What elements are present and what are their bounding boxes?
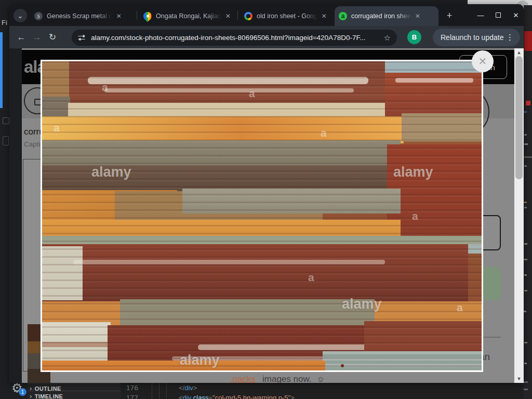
close-icon: ✕ [478,55,487,68]
tab-google-search[interactable]: old iron sheet - Goog ✕ [240,6,332,26]
watermark: alamy [91,164,131,180]
vscode-activitybar-icon[interactable] [3,117,9,124]
tab-genesis[interactable]: S Genesis Scrap metal c ✕ [30,6,135,26]
paragraph-line2: packs, images now. ☺ [229,374,325,383]
scroll-up-icon[interactable]: ▲ [516,50,522,55]
watermark: alamy [342,296,382,312]
relaunch-to-update-button[interactable]: Relaunch to update ⋮ [433,29,520,46]
page-scrollbar[interactable]: ▲ ▼ [514,48,524,383]
reload-button[interactable]: ↻ [45,32,60,43]
tab-title: Genesis Scrap metal c [47,12,112,20]
maximize-button[interactable] [496,12,501,18]
tab-alamy-active[interactable]: a corrugated iron shee ✕ [335,6,438,26]
corrugated-iron-photo: alamy alamy alamy alamy a a a a a a a [42,61,482,370]
scroll-down-icon[interactable]: ▼ [516,376,522,381]
watermark-a: a [102,81,108,94]
watermark-a: a [412,210,418,222]
watermark-a: a [457,301,463,314]
close-tab-icon[interactable]: ✕ [415,12,420,20]
browser-toolbar: ← → ↻ alamy.com/stock-photo-corrugated-i… [9,26,524,48]
close-tab-icon[interactable]: ✕ [225,12,231,20]
minimize-button[interactable]: — [472,11,489,19]
link-fragment[interactable]: packs, [229,374,256,383]
timeline-section[interactable]: › TIMELINE [30,392,63,399]
close-window-button[interactable]: ✕ [507,11,524,19]
watermark-a: a [54,122,60,134]
watermark-a: a [249,87,255,100]
watermark: alamy [180,352,220,368]
watermark-a: a [321,127,327,139]
vscode-activitybar-active-indicator [0,32,3,108]
tab-title: old iron sheet - Goog [257,12,317,20]
browser-window: ⌄ S Genesis Scrap metal c ✕ Ongata Ronga… [9,4,524,383]
site-settings-icon[interactable] [78,34,86,42]
smiley-icon: ☺ [317,375,325,383]
code-line-176: </div> [179,384,197,392]
profile-avatar[interactable]: B [407,30,421,44]
scrollbar-thumb[interactable] [515,56,523,179]
google-maps-pin-icon [142,10,154,22]
bookmark-star-icon[interactable]: ☆ [384,33,391,43]
page-content: alamy Sign in corrugated iron sheets Cap… [9,48,524,383]
lightbox-close-button[interactable]: ✕ [472,50,494,72]
chevron-right-icon: › [30,392,32,399]
new-tab-button[interactable]: + [443,9,456,22]
tab-strip: ⌄ S Genesis Scrap metal c ✕ Ongata Ronga… [9,4,524,26]
vscode-file-menu[interactable]: Fi [2,19,7,26]
watermark-a: a [308,271,314,284]
genesis-favicon-icon: S [34,12,43,20]
tab-search-button[interactable]: ⌄ [14,9,27,22]
vscode-minimap[interactable] [524,5,532,399]
url-text[interactable]: alamy.com/stock-photo-corrugated-iron-sh… [91,34,379,42]
menu-dots-icon[interactable]: ⋮ [506,33,514,42]
tab-maps[interactable]: Ongata Rongai, Kajiad ✕ [139,6,236,26]
notification-badge: 1 [19,388,26,396]
paragraph-text: images now. [262,374,312,383]
vscode-activitybar-icon[interactable] [3,136,9,145]
desktop: Fi ⚙ 1 › OUTLINE › TIMELINE 176 177 </di… [0,0,532,399]
dark-left-gutter [9,48,22,383]
image-lightbox: alamy alamy alamy alamy a a a a a a a [41,60,483,372]
code-line-177: <div class="col-md-5 bg-warning p-5"> [179,394,295,399]
timeline-label: TIMELINE [35,393,63,399]
vscode-explorer-panel: › OUTLINE › TIMELINE [28,383,121,399]
close-tab-icon[interactable]: ✕ [322,12,327,20]
alamy-favicon-icon: a [339,12,347,20]
watermark: alamy [393,164,433,180]
tab-title: corrugated iron shee [351,12,411,20]
window-controls: — ✕ [472,4,524,26]
back-button[interactable]: ← [14,32,29,43]
address-bar[interactable]: alamy.com/stock-photo-corrugated-iron-sh… [72,30,397,46]
forward-button[interactable]: → [29,32,45,43]
vscode-editor-strip[interactable]: 176 177 </div> <div class="col-md-5 bg-w… [121,383,524,399]
close-tab-icon[interactable]: ✕ [116,12,122,20]
google-g-icon [244,12,252,20]
chevron-down-icon: ⌄ [18,12,23,20]
line-number: 177 [121,394,138,399]
line-number: 176 [121,384,138,392]
tab-title: Ongata Rongai, Kajiad [156,12,221,20]
relaunch-label: Relaunch to update [441,33,503,42]
